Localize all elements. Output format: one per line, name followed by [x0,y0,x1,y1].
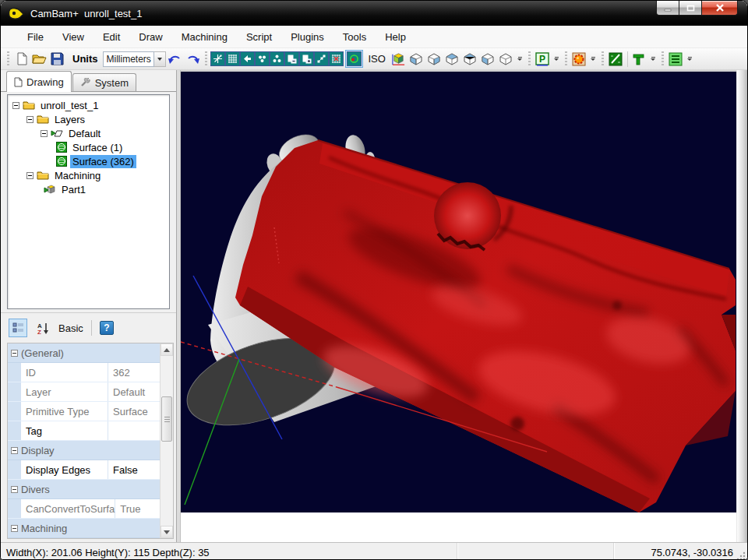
profile-tool-button[interactable] [631,51,647,67]
tree-item-layers[interactable]: Layers [8,112,169,126]
maximize-button[interactable] [679,1,702,16]
redo-button[interactable] [185,51,201,67]
scroll-thumb[interactable] [161,396,172,442]
points-mode-2-button[interactable] [270,51,284,66]
property-value[interactable]: 362 [108,363,160,382]
iso-cube-button[interactable] [390,51,407,67]
circle-select-button[interactable] [345,50,363,68]
toolbar-overflow-button[interactable] [516,52,524,66]
tab-drawing[interactable]: Drawing [6,71,72,92]
grid-toggle-button[interactable] [225,51,240,66]
view-cube-right-button[interactable] [444,51,460,67]
property-value[interactable]: True [115,499,160,518]
scatter-tool-button[interactable] [314,51,329,66]
open-file-button[interactable] [31,51,48,67]
title-bar[interactable]: CamBam+ unroll_test_1 [1,1,747,26]
property-row[interactable]: Primitive Type Surface [8,402,160,421]
add-doc-button[interactable] [299,51,314,66]
slash-tool-button[interactable] [608,51,624,67]
menu-draw[interactable]: Draw [129,28,171,46]
menu-help[interactable]: Help [376,28,415,46]
viewport-3d[interactable] [181,70,736,512]
gear-dropdown[interactable] [589,52,598,66]
tree-item-root[interactable]: unroll_test_1 [8,98,169,112]
tree-item-part1[interactable]: Part1 [8,182,169,196]
tree-expander[interactable] [41,130,48,137]
scroll-up-button[interactable] [161,343,173,356]
tree-expander[interactable] [26,172,34,179]
tree-item-layer-default[interactable]: Default [8,126,169,140]
list-dropdown[interactable] [686,52,694,66]
units-combobox[interactable]: Millimeters [103,51,154,67]
resize-grip[interactable] [735,543,747,560]
tree-item-surface-1[interactable]: Surface (1) [8,140,169,154]
property-row[interactable]: ID 362 [8,363,160,382]
profile-dropdown[interactable] [649,52,658,66]
back-view-button[interactable] [240,51,255,66]
points-mode-button[interactable] [255,51,270,66]
collapse-icon[interactable] [11,525,18,532]
tree-expander[interactable] [12,102,19,109]
minimize-button[interactable] [656,1,679,16]
page-icon [14,77,23,87]
menu-plugins[interactable]: Plugins [281,28,333,46]
close-button[interactable] [702,1,738,16]
tab-drawing-label: Drawing [26,76,64,88]
undo-button[interactable] [167,51,183,67]
property-category-partial[interactable]: Machining [8,519,160,538]
view-cube-back-button[interactable] [480,51,496,67]
gear-orange-button[interactable] [571,51,587,67]
property-category[interactable]: (General) [8,343,160,363]
iso-view-label[interactable]: ISO [369,53,386,65]
menu-tools[interactable]: Tools [333,28,376,46]
property-value[interactable] [108,421,160,440]
categorized-view-button[interactable] [9,319,27,337]
remove-doc-button[interactable] [284,51,299,66]
menu-machining[interactable]: Machining [172,28,237,46]
view-cube-top-button[interactable] [462,51,478,67]
t-profile-icon [632,52,646,66]
viewport-3d-scene[interactable] [181,72,736,512]
collapse-icon[interactable] [11,350,18,357]
property-category[interactable]: Divers [8,480,160,499]
scroll-down-button[interactable] [161,526,173,538]
tree-expander[interactable] [26,116,34,123]
plugin-dropdown[interactable] [552,52,561,66]
property-grid-scrollbar[interactable] [160,343,173,538]
arrow-left-icon [242,54,252,64]
menu-view[interactable]: View [53,28,94,46]
property-value[interactable]: Default [108,382,160,401]
list-tool-button[interactable] [668,51,684,67]
property-row[interactable]: Tag [8,421,160,441]
property-row[interactable]: CanConvertToSurfa True [8,499,160,519]
view-mode-label[interactable]: Basic [58,322,83,334]
collapse-icon[interactable] [11,447,18,454]
tree-item-machining[interactable]: Machining [8,168,169,182]
property-row[interactable]: Layer Default [8,382,160,402]
folder-icon [37,171,49,180]
menu-script[interactable]: Script [237,28,281,46]
property-value[interactable]: Surface [108,402,160,421]
axes-toggle-button[interactable] [210,51,225,66]
view-cube-plain-button[interactable] [498,51,514,67]
tree-item-surface-362[interactable]: Surface (362) [8,154,169,168]
save-button[interactable] [49,51,65,67]
scroll-track[interactable] [161,356,173,526]
grid-snap-button[interactable] [329,51,344,66]
collapse-icon[interactable] [11,486,18,493]
tab-system[interactable]: System [72,73,136,91]
selected-tree-item-label[interactable]: Surface (362) [70,155,136,168]
units-combobox-arrow[interactable] [154,51,166,67]
menu-file[interactable]: File [18,28,53,46]
property-category[interactable]: Display [8,441,160,460]
view-cube-left-button[interactable] [408,51,425,67]
drawing-tree[interactable]: unroll_test_1 Layers Default [7,94,170,309]
alphabetical-sort-button[interactable]: A Z [34,319,52,337]
menu-edit[interactable]: Edit [94,28,129,46]
new-file-button[interactable] [13,51,30,67]
property-row[interactable]: Display Edges False [8,460,160,480]
property-value[interactable]: False [108,460,160,479]
plugin-p-button[interactable]: P [535,51,551,67]
view-cube-front-button[interactable] [426,51,443,67]
help-button[interactable]: ? [100,321,114,335]
